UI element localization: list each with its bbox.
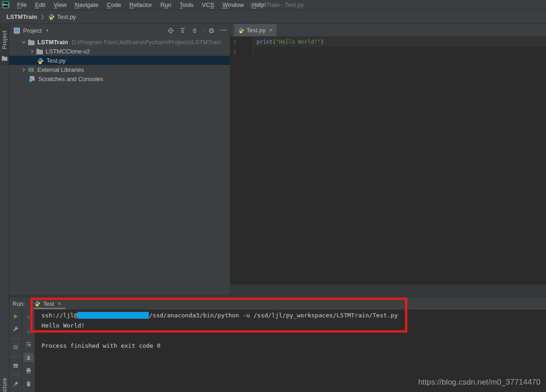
tree-row-testpy[interactable]: Test.py <box>9 56 230 65</box>
clear-all-trash-icon[interactable] <box>23 379 34 389</box>
tree-label: Scratches and Consoles <box>38 76 103 82</box>
python-file-icon <box>238 27 244 34</box>
pycharm-window: { "window": { "title": "LSTMTrain - Test… <box>0 0 546 392</box>
down-stack-trace-icon <box>23 327 34 336</box>
toolbar-separator <box>11 338 20 339</box>
watermark: https://blog.csdn.net/m0_37714470 <box>418 378 540 387</box>
expand-all-icon[interactable] <box>179 27 186 34</box>
console-command-line: ssh://ljl@/ssd/anaconda3/bin/python -u /… <box>41 312 398 320</box>
settings-gear-icon[interactable]: ⚙ <box>209 27 215 34</box>
rerun-button[interactable] <box>11 312 21 321</box>
scratches-icon <box>29 75 36 82</box>
breadcrumb-project[interactable]: LSTMTrain <box>6 13 37 20</box>
editor-tab-testpy[interactable]: Test.py × <box>234 24 276 36</box>
chevron-right-icon[interactable] <box>21 67 26 72</box>
locate-file-icon[interactable] <box>167 27 174 34</box>
code-line <box>253 47 546 57</box>
activity-bar <box>0 24 9 392</box>
run-console-toolbar <box>22 310 35 392</box>
project-tree: LSTMTrain D:\Program Files\JetBrains\Pyc… <box>9 37 230 83</box>
code-editor[interactable]: 1 print("Hello World!") 2 <box>230 37 546 285</box>
tree-project-path: D:\Program Files\JetBrains\PycharmProjec… <box>71 39 221 46</box>
tree-row-scratches[interactable]: Scratches and Consoles <box>9 74 230 83</box>
restore-layout-icon[interactable] <box>11 361 21 370</box>
menu-navigate[interactable]: Navigate <box>70 0 102 9</box>
tree-label: LSTMCClone-v2 <box>46 48 90 55</box>
collapse-all-icon[interactable] <box>191 27 198 34</box>
libraries-icon <box>28 66 35 73</box>
project-folder-mini-icon <box>1 55 8 61</box>
editor-tab-label: Test.py <box>247 27 265 34</box>
run-tab-test[interactable]: Test × <box>34 300 61 307</box>
chevron-down-icon[interactable] <box>21 40 26 45</box>
python-file-icon <box>48 13 55 20</box>
structure-tab-label: Structure <box>1 378 8 392</box>
line-number: 1 <box>230 37 253 47</box>
activity-tab-structure[interactable]: Structure <box>0 365 9 392</box>
toolbar-separator <box>11 374 20 375</box>
pin-icon[interactable] <box>11 380 21 388</box>
soft-wrap-icon[interactable] <box>23 339 34 349</box>
code-line: print("Hello World!") <box>253 37 546 47</box>
breadcrumb: LSTMTrain ❯ Test.py <box>0 10 546 24</box>
menu-window[interactable]: Window <box>218 0 248 9</box>
menu-refactor[interactable]: Refactor <box>125 0 156 9</box>
pycharm-logo-icon: PC <box>2 1 9 8</box>
print-icon[interactable] <box>23 366 34 375</box>
menu-edit[interactable]: Edit <box>31 0 49 9</box>
stop-button <box>11 343 21 352</box>
line-number: 2 <box>230 47 253 57</box>
project-view-icon <box>14 28 20 34</box>
editor-line-1: 1 print("Hello World!") <box>230 37 546 47</box>
project-panel-title[interactable]: Project <box>23 27 41 34</box>
run-toolbar-main <box>9 310 22 392</box>
project-panel-header: Project ▾ <box>9 24 230 37</box>
menu-view[interactable]: View <box>49 0 70 9</box>
breadcrumb-separator-icon: ❯ <box>40 14 44 20</box>
tree-label: External Libraries <box>37 66 84 73</box>
scroll-to-end-icon[interactable] <box>23 353 34 363</box>
up-stack-trace-icon <box>23 313 34 323</box>
menu-run[interactable]: Run <box>156 0 176 9</box>
tree-row-lstmcclone[interactable]: LSTMCClone-v2 <box>9 47 230 56</box>
python-file-icon <box>37 57 44 64</box>
edit-configurations-wrench-icon[interactable] <box>11 325 21 333</box>
run-label: Run: <box>12 300 25 307</box>
menu-bar: PC FileEditViewNavigateCodeRefactorRunTo… <box>0 0 546 10</box>
close-icon[interactable]: × <box>58 300 61 307</box>
close-icon[interactable]: × <box>269 27 273 34</box>
tree-label: LSTMTrain <box>37 39 68 46</box>
tree-label: Test.py <box>47 57 65 64</box>
menu-code[interactable]: Code <box>103 0 125 9</box>
hide-panel-icon[interactable]: — <box>220 26 226 33</box>
editor-line-2: 2 <box>230 47 546 57</box>
chevron-right-icon[interactable] <box>29 49 35 54</box>
menu-file[interactable]: File <box>13 0 31 9</box>
activity-tab-project[interactable]: Project <box>0 25 9 54</box>
run-panel-header: Run: Test × <box>9 298 546 310</box>
editor-bottom-strip <box>230 285 546 298</box>
menu-tools[interactable]: Tools <box>176 0 198 9</box>
toolbar-separator <box>203 27 204 34</box>
menubar-items: FileEditViewNavigateCodeRefactorRunTools… <box>13 0 269 9</box>
folder-icon <box>28 38 35 46</box>
run-tab-label: Test <box>43 300 54 307</box>
tree-row-lstmtrain[interactable]: LSTMTrain D:\Program Files\JetBrains\Pyc… <box>9 37 230 47</box>
python-file-icon <box>34 300 41 307</box>
editor-tab-bar: Test.py × <box>230 24 546 37</box>
breadcrumb-file[interactable]: Test.py <box>57 13 76 20</box>
folder-icon <box>36 47 43 55</box>
chevron-down-icon[interactable]: ▾ <box>46 28 48 33</box>
tree-row-external-libraries[interactable]: External Libraries <box>9 65 230 74</box>
toolbar-separator <box>11 357 20 357</box>
project-tab-label: Project <box>1 30 8 49</box>
run-tab-underline <box>33 308 65 309</box>
menu-vcs[interactable]: VCS <box>198 0 218 9</box>
console-status-line: Process finished with exit code 0 <box>41 342 160 349</box>
window-title: LSTMTrain - Test.py <box>250 1 304 8</box>
console-output-line: Hello World! <box>41 322 85 329</box>
project-panel: Project ▾ <box>9 24 230 295</box>
redaction-box <box>77 312 149 319</box>
